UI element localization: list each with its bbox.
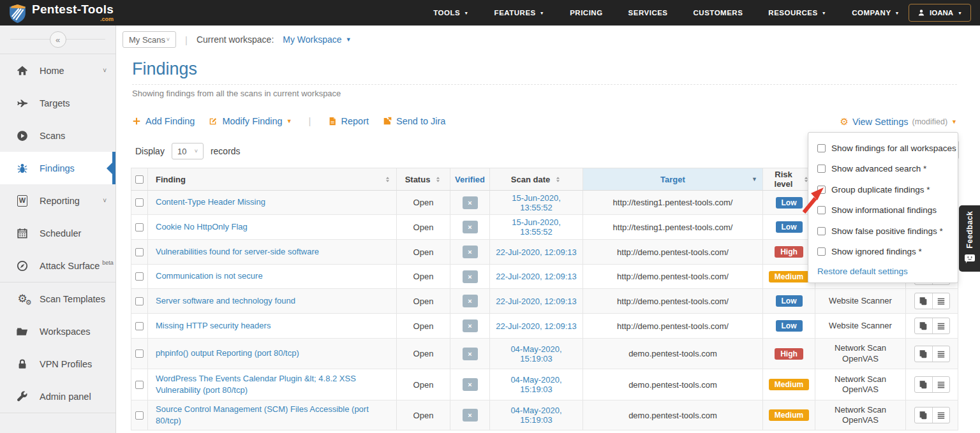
restore-default-settings-link[interactable]: Restore default settings (808, 262, 958, 277)
checkbox[interactable] (817, 206, 826, 214)
verified-toggle-badge[interactable]: × (463, 196, 478, 209)
row-checkbox[interactable] (135, 198, 144, 207)
sidebar-item-admin-panel[interactable]: Admin panel (0, 380, 115, 413)
sidebar-item-attack-surface[interactable]: Attack Surfacebeta (0, 249, 115, 282)
view-settings-option-show-false-positive-findings[interactable]: Show false positive findings * (808, 221, 958, 242)
chevron-down-icon: ˅ (195, 148, 198, 154)
view-settings-option-show-findings-for-all-workspaces[interactable]: Show findings for all workspaces (808, 138, 958, 159)
duplicate-finding-button[interactable] (915, 346, 932, 362)
scan-date-link[interactable]: 22-Jul-2020, 12:09:13 (496, 297, 576, 306)
column-header-target[interactable]: Target ▼ (583, 168, 763, 190)
row-checkbox[interactable] (135, 272, 144, 281)
column-header-finding[interactable]: Finding (148, 168, 397, 190)
scan-date-link[interactable]: 22-Jul-2020, 12:09:13 (496, 321, 576, 331)
verified-toggle-badge[interactable]: × (463, 246, 478, 258)
duplicate-finding-button[interactable] (915, 407, 932, 423)
view-settings-option-show-informational-findings[interactable]: Show informational findings (808, 200, 958, 221)
verified-toggle-badge[interactable]: × (463, 378, 478, 391)
finding-details-button[interactable] (932, 346, 949, 362)
add-finding-button[interactable]: Add Finding (132, 116, 195, 126)
sidebar-item-scheduler[interactable]: Scheduler (0, 217, 115, 249)
scan-date-link[interactable]: 04-May-2020, 15:19:03 (495, 344, 577, 363)
scan-date-link[interactable]: 22-Jul-2020, 12:09:13 (496, 247, 576, 257)
sidebar-collapse-button[interactable]: « (50, 31, 66, 48)
row-checkbox[interactable] (135, 381, 144, 389)
finding-details-button[interactable] (932, 293, 949, 309)
finding-link[interactable]: Cookie No HttpOnly Flag (156, 221, 248, 233)
chat-smiley-icon (964, 254, 976, 266)
sidebar-item-scans[interactable]: Scans (0, 119, 115, 152)
nav-item-features[interactable]: FEATURES▼ (494, 9, 545, 17)
finding-link[interactable]: Vulnerabilities found for server-side so… (156, 246, 319, 258)
checkbox[interactable] (817, 144, 826, 152)
row-checkbox[interactable] (135, 248, 144, 256)
verified-toggle-badge[interactable]: × (463, 409, 478, 422)
select-all-checkbox[interactable] (135, 175, 144, 184)
modify-finding-button[interactable]: Modify Finding ▼ (209, 116, 292, 126)
sidebar-item-scan-templates[interactable]: ⚙⚙Scan Templates (0, 283, 115, 315)
view-settings-option-show-advanced-search[interactable]: Show advanced search * (808, 159, 958, 180)
finding-link[interactable]: Communication is not secure (156, 270, 263, 282)
row-checkbox[interactable] (135, 223, 144, 231)
records-per-page-select[interactable]: 10 ˅ (172, 143, 204, 159)
column-header-verified[interactable]: Verified (450, 168, 490, 190)
nav-item-tools[interactable]: TOOLS▼ (433, 9, 468, 17)
verified-toggle-badge[interactable]: × (463, 270, 478, 283)
my-scans-select[interactable]: My Scans ˅ (122, 31, 176, 48)
nav-item-resources[interactable]: RESOURCES▼ (768, 9, 826, 17)
brand-logo[interactable]: Pentest-Tools .com (0, 2, 114, 24)
table-row: phpinfo() output Reporting (port 80/tcp)… (131, 339, 958, 369)
scan-date-link[interactable]: 15-Jun-2020, 13:55:52 (495, 217, 577, 237)
sidebar-item-findings[interactable]: Findings (0, 152, 115, 184)
verified-toggle-badge[interactable]: × (463, 295, 478, 307)
checkbox[interactable] (817, 165, 826, 173)
checkbox[interactable] (817, 227, 826, 235)
duplicate-finding-button[interactable] (915, 318, 932, 334)
verified-toggle-badge[interactable]: × (463, 348, 478, 360)
risk-level-badge: Medium (769, 271, 809, 283)
verified-toggle-badge[interactable]: × (463, 319, 478, 332)
user-menu-button[interactable]: IOANA ▼ (909, 4, 971, 22)
row-checkbox[interactable] (135, 322, 144, 330)
nav-item-company[interactable]: COMPANY▼ (852, 9, 900, 17)
view-settings-button[interactable]: ⚙ View Settings (modified) ▼ (840, 116, 957, 128)
send-to-jira-button[interactable]: Send to Jira (383, 116, 445, 126)
finding-details-button[interactable] (932, 377, 949, 392)
row-checkbox[interactable] (135, 349, 144, 358)
report-button[interactable]: Report (328, 116, 369, 126)
checkbox[interactable] (817, 186, 826, 194)
finding-link[interactable]: Missing HTTP security headers (156, 320, 271, 332)
sidebar-item-vpn-profiles[interactable]: VPN Profiles (0, 348, 115, 380)
finding-link[interactable]: Server software and technology found (156, 295, 295, 307)
finding-link[interactable]: WordPress The Events Calendar Plugin &lt… (156, 373, 389, 396)
view-settings-option-group-duplicate-findings[interactable]: Group duplicate findings * (808, 179, 958, 200)
finding-details-button[interactable] (932, 318, 949, 334)
workspace-selector[interactable]: My Workspace ▼ (283, 34, 351, 45)
view-settings-option-show-ignored-findings[interactable]: Show ignored findings * (808, 242, 958, 263)
finding-link[interactable]: Source Control Management (SCM) Files Ac… (156, 404, 389, 427)
sidebar-item-home[interactable]: Home˅ (0, 54, 115, 87)
scan-date-link[interactable]: 04-May-2020, 15:19:03 (495, 406, 577, 425)
nav-item-pricing[interactable]: PRICING (570, 9, 602, 17)
duplicate-finding-button[interactable] (915, 293, 932, 309)
scan-date-link[interactable]: 04-May-2020, 15:19:03 (495, 375, 577, 394)
column-header-status[interactable]: Status (397, 168, 450, 190)
sidebar-item-workspaces[interactable]: Workspaces (0, 315, 115, 348)
finding-link[interactable]: phpinfo() output Reporting (port 80/tcp) (156, 348, 299, 359)
scan-date-link[interactable]: 22-Jul-2020, 12:09:13 (496, 272, 576, 281)
nav-item-customers[interactable]: CUSTOMERS (694, 9, 743, 17)
feedback-tab[interactable]: Feedback (959, 205, 980, 272)
verified-toggle-badge[interactable]: × (463, 221, 478, 233)
sidebar-item-targets[interactable]: Targets (0, 87, 115, 119)
column-header-scan-date[interactable]: Scan date (490, 168, 583, 190)
scan-date-link[interactable]: 15-Jun-2020, 13:55:52 (495, 193, 577, 212)
sidebar-item-reporting[interactable]: WReporting˅ (0, 184, 115, 217)
checkbox[interactable] (817, 247, 826, 256)
nav-item-services[interactable]: SERVICES (628, 9, 668, 17)
row-checkbox[interactable] (135, 411, 144, 420)
finding-link[interactable]: Content-Type Header Missing (156, 196, 265, 208)
finding-details-button[interactable] (932, 407, 949, 423)
duplicate-finding-button[interactable] (915, 377, 932, 392)
row-checkbox[interactable] (135, 297, 144, 305)
chevron-down-icon: ˅ (103, 67, 107, 74)
